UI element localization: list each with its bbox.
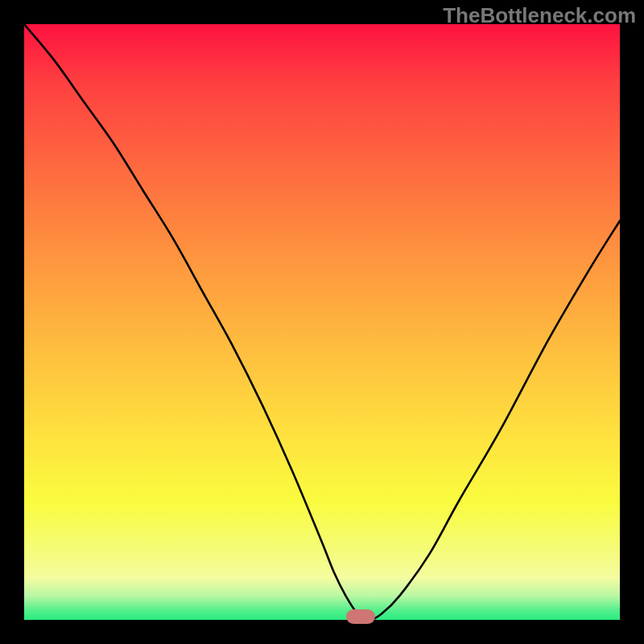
gradient-background xyxy=(24,24,620,620)
optimal-point-marker xyxy=(346,609,375,624)
bottleneck-plot xyxy=(24,24,620,620)
watermark-text: TheBottleneck.com xyxy=(443,3,636,28)
chart-frame: TheBottleneck.com xyxy=(0,0,644,644)
